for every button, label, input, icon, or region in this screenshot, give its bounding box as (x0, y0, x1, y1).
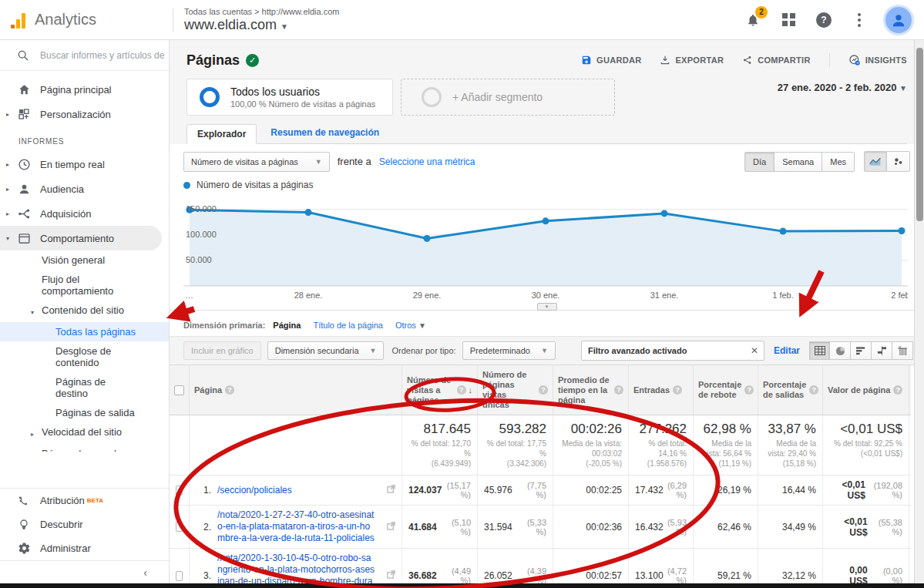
help-icon[interactable]: ? (673, 385, 682, 395)
granularity-month[interactable]: Mes (822, 152, 855, 172)
help-button[interactable]: ? (815, 11, 833, 29)
column-header-avg-time[interactable]: Promedio de tiempo en la página? (553, 365, 629, 415)
dimension-page[interactable]: Página (273, 321, 301, 330)
sidebar-item-admin[interactable]: Administrar (0, 536, 169, 560)
date-range-picker[interactable]: 27 ene. 2020 - 2 feb. 2020 ▼ (778, 79, 907, 116)
account-switcher[interactable]: Todas las cuentas > http://www.eldia.com… (184, 7, 339, 33)
open-in-new-icon[interactable] (387, 485, 395, 496)
export-button[interactable]: EXPORTAR (660, 55, 724, 66)
segment-ring-grey-icon (422, 87, 442, 107)
granularity-week[interactable]: Semana (774, 152, 822, 172)
performance-view-button[interactable] (851, 341, 872, 360)
select-all-checkbox[interactable] (174, 385, 184, 395)
open-in-new-icon[interactable] (387, 570, 395, 581)
sidebar-item-acquisition[interactable]: ▸ Adquisición (0, 201, 169, 226)
expand-icon: ▸ (0, 186, 12, 193)
insights-button[interactable]: INSIGHTS (848, 54, 907, 66)
sidebar-item-audience[interactable]: ▸ Audiencia (0, 176, 169, 201)
chart-expand-handle[interactable]: ▼ (537, 303, 557, 311)
notifications-button[interactable]: 2 (744, 11, 762, 29)
dimension-other[interactable]: Otros ▼ (395, 321, 426, 330)
page-link[interactable]: /nota/2020-1-30-10-45-0-otro-robo-sangri… (217, 553, 375, 583)
sidebar-item-site-content[interactable]: ▾Contenido del sitio (0, 301, 169, 322)
secondary-dimension-dropdown[interactable]: Dimensión secundaria▼ (267, 341, 385, 360)
sidebar-item-site-speed[interactable]: ▸Velocidad del sitio (0, 422, 169, 444)
analytics-logo[interactable]: Analytics (0, 11, 170, 29)
help-icon[interactable]: ? (614, 385, 623, 395)
sidebar-item-realtime[interactable]: ▸ En tiempo real (0, 152, 169, 176)
clear-filter-icon[interactable]: ✕ (745, 345, 764, 356)
column-header-page-value[interactable]: Valor de página? (823, 365, 909, 415)
insights-icon (848, 54, 861, 66)
column-header-bounce[interactable]: Porcentaje de rebote? (694, 365, 758, 415)
sidebar-item-discover[interactable]: Descubrir (0, 512, 169, 536)
sidebar-item-landing-pages[interactable]: Páginas de destino (0, 372, 169, 403)
sidebar-item-site-search[interactable]: ▸Búsquedas en el sitio (0, 444, 169, 452)
sidebar: Buscar informes y artículos de Página pr… (0, 40, 170, 583)
row-checkbox[interactable] (176, 522, 183, 532)
line-chart-button[interactable] (864, 151, 887, 172)
sidebar-item-personalization[interactable]: ▸ Personalización (0, 102, 169, 126)
scatter-chart-button[interactable] (887, 151, 910, 172)
scrollbar-thumb[interactable] (916, 48, 923, 221)
plot-rows-button[interactable]: Incluir en gráfico (183, 341, 261, 360)
select-metric-link[interactable]: Seleccione una métrica (379, 156, 475, 167)
page-link[interactable]: /nota/2020-1-27-2-37-40-otro-asesinato-e… (217, 509, 375, 544)
column-header-unique-pageviews[interactable]: Número de páginas vistas únicas? (478, 365, 553, 415)
sidebar-item-content-drilldown[interactable]: Desglose de contenido (0, 341, 169, 372)
sidebar-item-behavior-flow[interactable]: Flujo del comportamiento (0, 270, 169, 301)
page-link[interactable]: /seccion/policiales (217, 485, 292, 496)
row-checkbox[interactable] (176, 571, 183, 581)
sidebar-item-overview[interactable]: Visión general (0, 250, 169, 270)
share-button[interactable]: COMPARTIR (742, 55, 811, 66)
help-icon[interactable]: ? (744, 385, 754, 395)
open-in-new-icon[interactable] (387, 522, 395, 533)
sidebar-item-attribution[interactable]: AtribuciónBETA (0, 489, 169, 512)
help-icon[interactable]: ? (225, 385, 234, 395)
chevron-down-icon: ▼ (315, 158, 322, 166)
add-segment-button[interactable]: + Añadir segmento (401, 79, 615, 116)
help-icon[interactable]: ? (809, 385, 818, 395)
account-name[interactable]: www.eldia.com ▼ (184, 17, 339, 33)
help-icon[interactable]: ? (539, 385, 548, 395)
percentage-view-button[interactable] (830, 341, 851, 360)
more-menu-button[interactable] (850, 11, 869, 29)
advanced-filter-input[interactable]: Filtro avanzado activado ✕ (581, 341, 764, 361)
tab-navigation-summary[interactable]: Resumen de navegación (270, 127, 379, 143)
dimension-page-title[interactable]: Título de la página (313, 321, 383, 330)
avatar[interactable] (885, 7, 912, 33)
table-row: 3. /nota/2020-1-30-10-45-0-otro-robo-san… (170, 549, 911, 583)
sidebar-item-all-pages[interactable]: Todas las páginas (0, 322, 169, 341)
help-icon[interactable]: ? (893, 385, 902, 395)
sidebar-item-behavior[interactable]: ▾ Comportamiento (0, 226, 162, 250)
metric-dropdown[interactable]: Número de visitas a páginas ▼ (183, 152, 330, 172)
save-button[interactable]: GUARDAR (581, 55, 641, 66)
lightbulb-icon (17, 518, 31, 532)
cell-exit: 34,49 % (758, 506, 823, 548)
person-icon (17, 182, 31, 196)
sidebar-item-home[interactable]: Página principal (0, 77, 169, 102)
column-header-page[interactable]: Página? (190, 365, 402, 415)
comparison-view-button[interactable] (872, 341, 892, 360)
ga-app: Analytics Todas las cuentas > http://www… (0, 0, 924, 588)
sidebar-collapse-button[interactable]: ‹ (0, 560, 169, 583)
chevron-down-icon: ▼ (281, 22, 288, 31)
edit-filter-link[interactable]: Editar (774, 345, 800, 356)
granularity-day[interactable]: Día (744, 152, 774, 172)
segment-all-users[interactable]: Todos los usuarios 100,00 % Número de vi… (186, 79, 393, 116)
vertical-scrollbar[interactable] (914, 40, 924, 583)
column-header-entrances[interactable]: Entradas? (629, 365, 694, 415)
row-checkbox[interactable] (176, 486, 183, 496)
tab-explorer[interactable]: Explorador (186, 124, 257, 144)
sort-type-dropdown[interactable]: Predeterminado▼ (462, 341, 556, 360)
sidebar-search[interactable]: Buscar informes y artículos de (0, 40, 169, 71)
column-header-exit[interactable]: Porcentaje de salidas? (758, 365, 823, 415)
column-header-pageviews[interactable]: Número de visitas a páginas?↓ (402, 365, 478, 415)
data-view-button[interactable] (809, 341, 830, 360)
pivot-view-button[interactable] (892, 341, 913, 360)
timeseries-chart[interactable]: 150.000100.00050.000…28 ene.29 ene.30 en… (170, 192, 924, 306)
cell-pageviews: 41.684(5,10 %) (402, 506, 478, 548)
apps-button[interactable] (779, 11, 798, 29)
help-icon[interactable]: ? (457, 385, 466, 395)
sidebar-item-exit-pages[interactable]: Páginas de salida (0, 403, 169, 422)
